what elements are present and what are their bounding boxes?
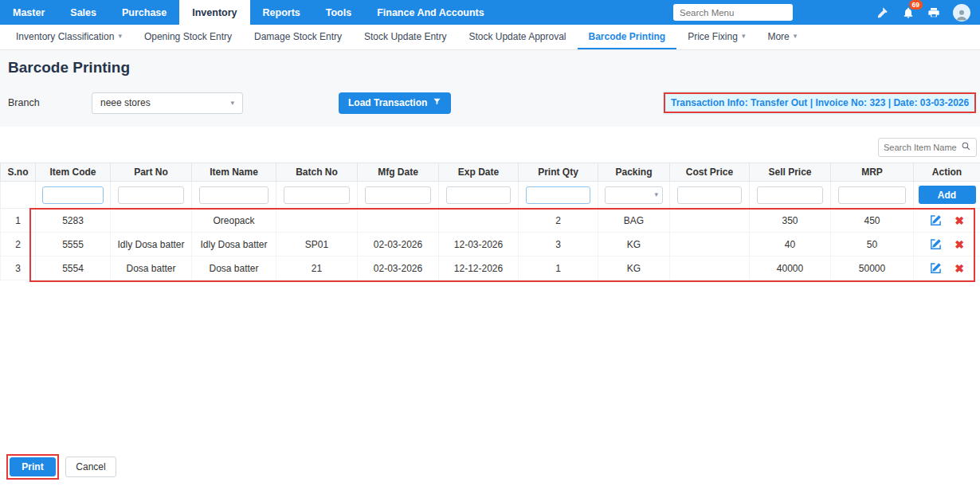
cancel-button[interactable]: Cancel	[65, 457, 116, 477]
chevron-down-icon: ▾	[230, 100, 234, 107]
page-header-section: Barcode Printing Branch neee stores ▾ Lo…	[0, 50, 980, 127]
cell-exp-date	[439, 209, 519, 233]
page-title: Barcode Printing	[8, 59, 972, 76]
cell-mrp: 50	[831, 233, 914, 257]
table-header-row: S.no Item Code Part No Item Name Batch N…	[1, 163, 980, 182]
filter-item-code-input[interactable]	[42, 186, 103, 204]
cell-item-code: 5283	[36, 209, 111, 233]
subnav-barcode-printing[interactable]: Barcode Printing	[578, 25, 677, 49]
table-toolbar	[0, 127, 980, 163]
column-header-cost-price: Cost Price	[670, 163, 750, 182]
filter-mfg-date-input[interactable]	[365, 186, 431, 204]
chevron-down-icon: ▾	[118, 33, 122, 40]
delete-row-icon[interactable]: ✖	[955, 263, 964, 274]
column-header-item-name: Item Name	[192, 163, 276, 182]
cell-sno: 2	[1, 233, 36, 257]
user-avatar[interactable]	[953, 4, 970, 22]
filter-part-no-input[interactable]	[118, 186, 184, 204]
printer-icon[interactable]	[927, 6, 940, 19]
subnav-inventory-classification[interactable]: Inventory Classification ▾	[5, 25, 133, 49]
cell-item-code: 5555	[36, 233, 111, 257]
subnav-opening-stock-entry[interactable]: Opening Stock Entry	[133, 25, 243, 49]
nav-item-tools[interactable]: Tools	[313, 0, 364, 25]
notification-badge: 69	[909, 0, 923, 10]
subnav-stock-update-entry[interactable]: Stock Update Entry	[353, 25, 457, 49]
load-transaction-button[interactable]: Load Transaction	[339, 92, 451, 114]
filter-sell-price-input[interactable]	[757, 186, 823, 204]
cell-cost-price	[670, 233, 750, 257]
nav-item-purchase[interactable]: Purchase	[109, 0, 179, 25]
subnav-more[interactable]: More ▾	[756, 25, 808, 49]
chevron-down-icon: ▾	[742, 33, 746, 40]
print-button[interactable]: Print	[10, 457, 56, 476]
cell-print-qty: 3	[519, 233, 598, 257]
topnav-right-tools: 69	[673, 0, 980, 25]
cell-cost-price	[670, 257, 750, 280]
column-header-sno: S.no	[1, 163, 36, 182]
filter-packing-select[interactable]: ▾	[605, 186, 663, 204]
transaction-info-strip: Transaction Info: Transfer Out | Invoice…	[663, 91, 972, 115]
item-search-box	[878, 138, 977, 157]
add-item-button[interactable]: Add	[919, 186, 976, 204]
filter-item-name-input[interactable]	[199, 186, 268, 204]
delete-row-icon[interactable]: ✖	[955, 215, 964, 226]
nav-item-inventory[interactable]: Inventory	[179, 0, 249, 25]
cell-mfg-date	[358, 209, 439, 233]
branch-select-value: neee stores	[100, 97, 151, 108]
edit-row-icon[interactable]	[930, 262, 942, 274]
subnav-label: Stock Update Entry	[364, 31, 446, 42]
cell-packing: KG	[598, 257, 670, 280]
cell-item-name: Idly Dosa batter	[192, 233, 276, 257]
subnav-label: Barcode Printing	[589, 31, 666, 42]
column-header-sell-price: Sell Price	[750, 163, 831, 182]
branch-select[interactable]: neee stores ▾	[92, 92, 243, 114]
chevron-down-icon: ▾	[794, 33, 798, 40]
subnav-stock-update-approval[interactable]: Stock Update Approval	[457, 25, 577, 49]
edit-row-icon[interactable]	[930, 214, 942, 226]
menu-search-input[interactable]	[673, 4, 793, 21]
nav-item-reports[interactable]: Reports	[250, 0, 313, 25]
search-item-input[interactable]	[884, 143, 958, 152]
filter-cost-price-input[interactable]	[677, 186, 742, 204]
chevron-down-icon: ▾	[654, 191, 658, 198]
subnav-label: Stock Update Approval	[468, 31, 566, 42]
barcode-items-table-wrap: S.no Item Code Part No Item Name Batch N…	[0, 163, 980, 280]
subnav-label: More	[767, 31, 789, 42]
hammer-icon[interactable]	[876, 6, 889, 19]
nav-item-sales[interactable]: Sales	[57, 0, 109, 25]
barcode-items-table: S.no Item Code Part No Item Name Batch N…	[0, 163, 980, 280]
subnav-damage-stock-entry[interactable]: Damage Stock Entry	[243, 25, 353, 49]
subnav-price-fixing[interactable]: Price Fixing ▾	[676, 25, 756, 49]
table-row: 3 5554 Dosa batter Dosa batter 21 02-03-…	[1, 257, 980, 280]
print-highlight-annotation: Print	[6, 454, 59, 480]
filter-funnel-icon	[433, 97, 441, 108]
filter-print-qty-input[interactable]	[526, 186, 590, 204]
cell-mfg-date: 02-03-2026	[358, 233, 439, 257]
filter-sno-cell	[1, 182, 36, 209]
subnav-label: Inventory Classification	[16, 31, 114, 42]
subnav-label: Damage Stock Entry	[254, 31, 342, 42]
cell-sell-price: 40000	[750, 257, 831, 280]
subnav-label: Opening Stock Entry	[144, 31, 232, 42]
cell-exp-date: 12-12-2026	[439, 257, 519, 280]
edit-row-icon[interactable]	[930, 238, 942, 250]
cell-item-code: 5554	[36, 257, 111, 280]
cell-part-no: Idly Dosa batter	[111, 233, 192, 257]
filter-batch-no-input[interactable]	[284, 186, 350, 204]
nav-item-finance[interactable]: Finance And Accounts	[364, 0, 497, 25]
cell-part-no	[111, 209, 192, 233]
filter-exp-date-input[interactable]	[446, 186, 511, 204]
filter-mrp-input[interactable]	[838, 186, 905, 204]
nav-item-master[interactable]: Master	[0, 0, 57, 25]
cell-mrp: 450	[831, 209, 914, 233]
column-header-packing: Packing	[598, 163, 670, 182]
footer-actions: Print Cancel	[6, 454, 116, 480]
cell-sell-price: 40	[750, 233, 831, 257]
cell-mrp: 50000	[831, 257, 914, 280]
search-icon[interactable]	[961, 140, 971, 155]
delete-row-icon[interactable]: ✖	[955, 239, 964, 250]
cell-sell-price: 350	[750, 209, 831, 233]
notification-bell-icon[interactable]: 69	[902, 6, 915, 19]
subnav-label: Price Fixing	[688, 31, 738, 42]
transaction-info: Transaction Info: Transfer Out | Invoice…	[664, 92, 976, 113]
